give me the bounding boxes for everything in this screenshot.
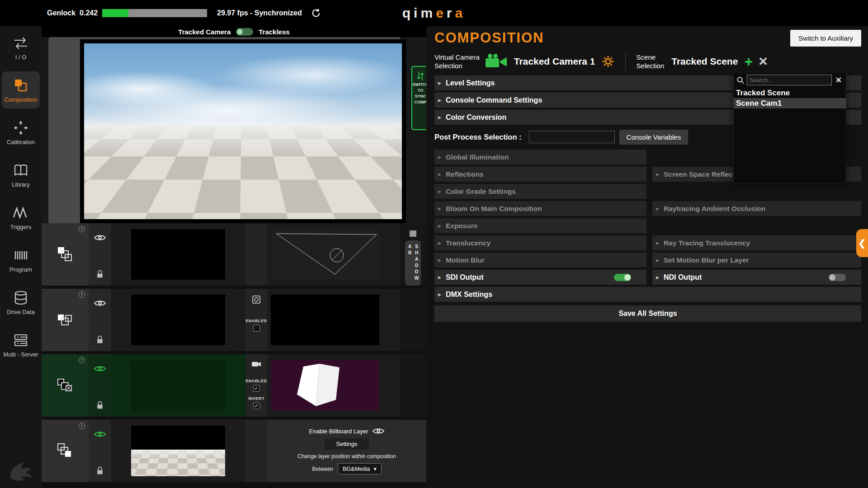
sidebar-item-label: Library [12,182,30,188]
lock-icon[interactable] [96,335,104,344]
info-icon[interactable]: i [79,226,85,232]
section-exposure[interactable]: ▶Exposure [434,218,646,233]
sidebar-item-program[interactable]: Program [2,241,40,278]
layer-thumbnail-cell[interactable] [111,354,245,417]
resync-icon[interactable] [311,8,321,18]
lock-icon[interactable] [96,401,104,409]
layer-type-cell[interactable]: i [42,354,89,417]
sync-btn-text: TO [418,88,423,93]
section-label: Level Settings [446,79,495,87]
section-motion-blur[interactable]: ▶Motion Blur [434,253,646,267]
layer-thumbnail-cell[interactable] [111,289,245,351]
between-dropdown[interactable]: BG&Media ▾ [338,463,382,474]
switch-to-auxiliary-button[interactable]: Switch to Auxiliary [790,30,861,47]
section-bloom-on-main-composition[interactable]: ▶Bloom On Main Composition [434,201,646,216]
layer-type-cell[interactable]: i [42,289,89,351]
lock-icon[interactable] [96,270,104,278]
eye-icon[interactable] [94,234,106,241]
section-reflections[interactable]: ▶Reflections [434,167,646,182]
remove-scene-icon[interactable]: ✕ [758,55,768,68]
billboard-settings-button[interactable]: Settings [325,438,369,450]
save-all-settings-button[interactable]: Save All Settings [434,305,861,322]
layer-thumbnail-cell[interactable] [111,223,245,286]
section-color-grade-settings[interactable]: ▶Color Grade Settings [434,184,646,199]
info-icon[interactable]: i [79,291,85,298]
expand-arrow-icon: ▶ [438,206,441,211]
layer-type-cell[interactable]: i [42,420,89,482]
section-label: DMX Settings [446,291,492,299]
enabled-checkbox[interactable]: ✓ [253,385,260,392]
eye-icon-active[interactable] [94,431,106,438]
matte-icon[interactable] [252,295,261,304]
layer-output-cell[interactable] [267,289,400,351]
sidebar-item-label: Calibration [7,139,35,145]
add-scene-icon[interactable]: + [744,55,753,68]
section-global-illumination[interactable]: ▶Global Illumination [434,150,646,164]
info-icon[interactable]: i [79,422,85,429]
sidebar-item-multi-server[interactable]: Multi - Server [2,326,40,363]
camera-settings-gear-icon[interactable] [602,55,614,68]
camera-small-icon[interactable] [251,361,261,368]
sidebar-item-io[interactable]: I / O [2,29,40,66]
layer-type-cell[interactable]: i [42,223,89,286]
sidebar-item-library[interactable]: Library [2,156,40,193]
layer-thumbnail-cell[interactable] [111,420,245,482]
invert-checkbox[interactable]: ✓ [253,403,260,409]
expand-arrow-icon: ▶ [656,206,659,211]
expand-arrow-icon: ▶ [656,275,659,280]
layer-output-cell[interactable] [267,223,400,286]
dropdown-item-scene-cam1[interactable]: Scene Cam1 [734,98,846,108]
section-sdi-output[interactable]: ▶ SDI Output [434,270,646,285]
ar-wireframe-thumbnail [271,229,379,280]
toggle-knob [624,274,631,281]
triggers-icon [12,204,29,221]
post-process-input[interactable] [529,131,615,143]
dropdown-item-tracked-scene[interactable]: Tracked Scene [734,88,846,98]
toggle-knob [237,29,243,35]
sdi-output-toggle[interactable] [614,274,631,281]
sidebar-item-triggers[interactable]: Triggers [2,199,40,236]
invert-label: INVERT [248,396,264,401]
eye-icon-active[interactable] [94,365,106,372]
virtual-camera-dropdown[interactable]: Tracked Camera 1 [514,56,595,67]
ar-button[interactable]: AR [407,244,412,282]
section-dmx-settings[interactable]: ▶ DMX Settings [434,287,861,302]
info-icon[interactable]: i [79,357,85,363]
section-ray-tracing-translucency[interactable]: ▶Ray Tracing Translucency [652,235,861,250]
dropdown-close-icon[interactable]: ✕ [834,75,843,85]
program-icon [13,247,28,264]
layer-row-ar: i [42,223,426,286]
scene-dropdown[interactable]: Tracked Scene [671,56,738,67]
sidebar-item-composition[interactable]: Composition [2,71,40,108]
sidebar-item-drive-data[interactable]: Drive Data [2,284,40,321]
sidebar-item-calibration[interactable]: Calibration [2,114,40,151]
caret-down-icon: ▾ [373,465,376,472]
enabled-checkbox[interactable] [253,325,260,332]
billboard-eye-icon[interactable] [373,427,384,435]
panel-collapse-tab[interactable]: ❮ [856,229,868,257]
main-viewport[interactable] [80,39,406,223]
mask-thumbnail [271,360,379,411]
section-label: Reflections [446,170,484,178]
ndi-output-toggle[interactable] [829,274,846,281]
stop-square-button[interactable] [410,230,416,237]
camera-mode-toggle[interactable] [236,28,253,36]
layer-output-cell[interactable] [267,354,400,417]
section-raytracing-ambient-occlusion[interactable]: ▶Raytracing Ambient Occlusion [652,201,861,216]
section-ndi-output[interactable]: ▶ NDI Output [652,270,861,285]
layers-icon [55,375,75,395]
layers-icon [55,441,75,461]
lock-icon[interactable] [96,466,104,475]
eye-icon[interactable] [94,300,106,307]
library-icon [13,162,29,179]
console-variables-button[interactable]: Console Variables [619,130,689,145]
section-translucency[interactable]: ▶Translucency [434,235,646,250]
layer-options-cell [245,420,267,482]
scene-search-input[interactable] [747,75,832,85]
horizon-fade [131,450,225,459]
fps-sync-status: 29.97 fps - Synchronized [217,9,302,17]
composition-icon [13,77,29,94]
section-set-motion-blur-per-layer[interactable]: ▶Set Motion Blur per Layer [652,253,861,267]
section-label: Ray Tracing Translucency [664,239,750,247]
shadow-button[interactable]: SHADOW [414,244,419,282]
